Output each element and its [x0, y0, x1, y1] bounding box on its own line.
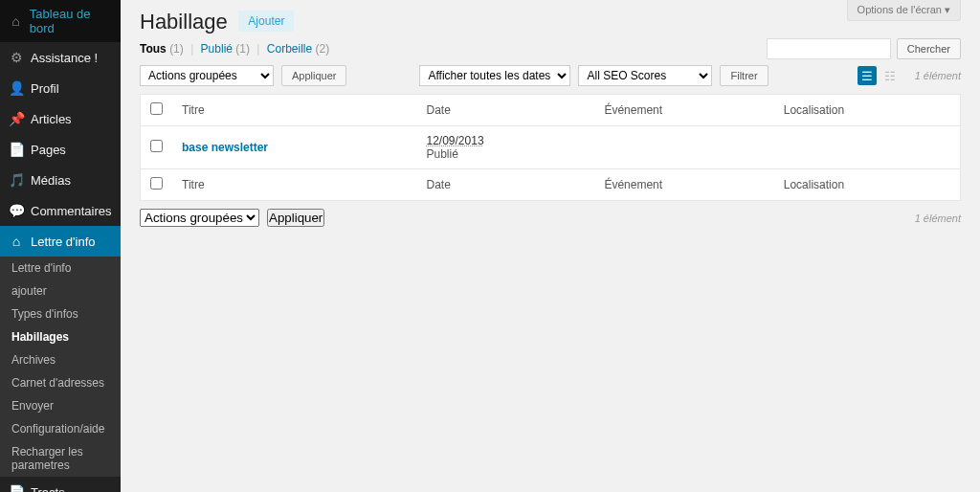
menu-label: Assistance !	[31, 51, 98, 65]
column-date[interactable]: Date	[417, 95, 595, 126]
column-location-foot[interactable]: Localisation	[774, 169, 961, 201]
screen-options-toggle[interactable]: Options de l'écran ▾	[847, 0, 961, 21]
search-button[interactable]: Chercher	[897, 38, 961, 59]
media-icon: 🎵	[8, 171, 25, 189]
dashboard-icon: ⌂	[8, 12, 24, 30]
view-switch: ☰ ☷	[858, 66, 900, 85]
gear-icon: ⚙	[8, 49, 25, 66]
submenu: Lettre d'info ajouter Types d'infos Habi…	[0, 257, 121, 477]
bulk-actions-select-bottom[interactable]: Actions groupées	[140, 209, 259, 227]
separator: |	[190, 42, 193, 56]
submenu-ajouter[interactable]: ajouter	[0, 280, 121, 302]
column-event[interactable]: Événement	[594, 95, 773, 126]
chevron-down-icon: ▾	[945, 4, 950, 15]
filter-count: (2)	[316, 42, 330, 56]
submenu-carnet[interactable]: Carnet d'adresses	[0, 371, 121, 394]
filter-trash[interactable]: Corbeille	[267, 42, 312, 56]
menu-label: Tableau de bord	[30, 7, 113, 35]
column-date-foot[interactable]: Date	[417, 169, 595, 201]
menu-medias[interactable]: 🎵Médias	[0, 165, 121, 195]
menu-assistance[interactable]: ⚙Assistance !	[0, 42, 121, 73]
page-title: Habillage	[140, 10, 228, 34]
item-count: 1 élément	[915, 70, 961, 81]
comment-icon: 💬	[8, 202, 25, 219]
main-content: Options de l'écran ▾ Habillage Ajouter C…	[121, 0, 980, 492]
column-location[interactable]: Localisation	[774, 95, 961, 126]
column-title[interactable]: Titre	[172, 95, 417, 126]
tablenav-bottom: Actions groupées Appliquer 1 élément	[140, 209, 961, 227]
admin-sidebar: ⌂Tableau de bord ⚙Assistance ! 👤Profil 📌…	[0, 0, 121, 492]
filter-count: (1)	[169, 42, 184, 56]
menu-label: Articles	[31, 112, 72, 126]
submenu-config[interactable]: Configuration/aide	[0, 417, 121, 440]
filter-all[interactable]: Tous	[140, 42, 167, 56]
view-excerpt-icon[interactable]: ☷	[880, 66, 900, 85]
menu-lettre-info[interactable]: ⌂Lettre d'info	[0, 226, 121, 257]
posts-table: Titre Date Événement Localisation base n…	[140, 94, 961, 201]
menu-label: Tracts	[31, 485, 65, 493]
apply-button-bottom[interactable]: Appliquer	[267, 209, 324, 227]
post-location	[774, 126, 961, 169]
row-checkbox[interactable]	[150, 140, 163, 152]
filter-count: (1)	[235, 42, 250, 56]
column-event-foot[interactable]: Événement	[594, 169, 773, 201]
submenu-envoyer[interactable]: Envoyer	[0, 394, 121, 417]
menu-commentaires[interactable]: 💬Commentaires	[0, 195, 121, 226]
filter-label: Corbeille	[267, 42, 312, 56]
apply-button[interactable]: Appliquer	[281, 65, 346, 86]
submenu-types[interactable]: Types d'infos	[0, 302, 121, 325]
table-row: base newsletter 12/09/2013Publié	[141, 126, 961, 169]
add-new-button[interactable]: Ajouter	[238, 11, 294, 32]
post-state: Publié	[427, 147, 458, 161]
filter-label: Tous	[140, 42, 167, 56]
menu-label: Profil	[31, 81, 59, 96]
dates-filter-select[interactable]: Afficher toutes les dates	[419, 65, 570, 86]
menu-label: Pages	[31, 143, 66, 157]
screen-options-label: Options de l'écran	[858, 4, 942, 15]
page-icon: 📄	[8, 141, 25, 158]
menu-pages[interactable]: 📄Pages	[0, 134, 121, 165]
menu-label: Commentaires	[31, 204, 112, 218]
post-event	[594, 126, 773, 169]
pin-icon: 📌	[8, 110, 25, 127]
home-icon: ⌂	[8, 233, 25, 250]
submenu-lettre[interactable]: Lettre d'info	[0, 257, 121, 280]
menu-profil[interactable]: 👤Profil	[0, 73, 121, 103]
user-icon: 👤	[8, 79, 25, 97]
seo-filter-select[interactable]: All SEO Scores	[578, 65, 712, 86]
select-all-checkbox-foot[interactable]	[150, 177, 163, 190]
view-list-icon[interactable]: ☰	[858, 66, 877, 85]
submenu-habillages[interactable]: Habillages	[0, 325, 121, 348]
filter-button[interactable]: Filtrer	[720, 65, 768, 86]
page-icon: 📄	[8, 483, 25, 492]
filter-label: Publié	[201, 42, 233, 56]
bulk-actions-select[interactable]: Actions groupées	[140, 65, 274, 86]
tablenav-top: Actions groupées Appliquer Afficher tout…	[140, 65, 961, 86]
separator: |	[256, 42, 259, 56]
menu-label: Médias	[31, 173, 71, 188]
submenu-archives[interactable]: Archives	[0, 348, 121, 371]
filter-published[interactable]: Publié	[201, 42, 233, 56]
post-date: 12/09/2013	[427, 134, 484, 147]
search-input[interactable]	[767, 38, 891, 59]
submenu-recharger[interactable]: Recharger les parametres	[0, 440, 121, 477]
menu-tracts[interactable]: 📄Tracts	[0, 477, 121, 492]
post-title-link[interactable]: base newsletter	[182, 141, 268, 154]
item-count-bottom: 1 élément	[915, 212, 961, 224]
column-title-foot[interactable]: Titre	[172, 169, 417, 201]
menu-dashboard[interactable]: ⌂Tableau de bord	[0, 0, 121, 42]
menu-label: Lettre d'info	[31, 235, 96, 249]
select-all-checkbox[interactable]	[150, 102, 163, 115]
menu-articles[interactable]: 📌Articles	[0, 103, 121, 134]
search-box: Chercher	[767, 38, 961, 59]
